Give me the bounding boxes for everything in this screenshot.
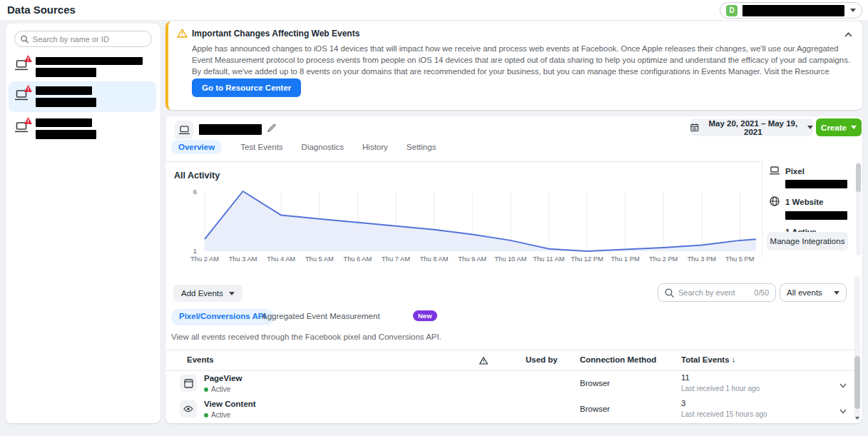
divider xyxy=(165,370,862,371)
event-name: View Content xyxy=(204,400,256,408)
chevron-down-icon xyxy=(850,9,856,12)
event-name: PageView xyxy=(204,374,242,382)
active-dot-icon xyxy=(204,413,208,417)
tab-overview[interactable]: Overview xyxy=(171,140,222,154)
edit-pixel-name-button[interactable] xyxy=(267,123,277,135)
connections-legend: Pixel 1 Website 1 Active Integration Man… xyxy=(762,161,862,258)
divider xyxy=(165,161,862,162)
avatar: D xyxy=(726,5,737,16)
svg-text:Thu 3 AM: Thu 3 AM xyxy=(229,255,257,263)
pixel-icon xyxy=(175,121,193,139)
date-range-picker[interactable]: May 20, 2021 – May 19, 2021 xyxy=(690,118,813,136)
event-filter-select[interactable]: All events xyxy=(780,283,847,302)
legend-website-label: 1 Website xyxy=(785,198,823,206)
svg-text:Thu 3 PM: Thu 3 PM xyxy=(688,255,716,263)
legend-pixel-label: Pixel xyxy=(785,167,805,176)
source-name-redacted xyxy=(36,86,92,95)
profile-menu[interactable]: D xyxy=(720,2,862,19)
search-icon xyxy=(665,288,674,298)
chevron-down-icon xyxy=(839,383,847,388)
svg-text:Thu 1 PM: Thu 1 PM xyxy=(611,255,639,263)
events-description: View all events received through the Fac… xyxy=(171,333,441,341)
source-id-redacted xyxy=(36,68,96,77)
filter-value: All events xyxy=(787,288,822,297)
tab-test-events[interactable]: Test Events xyxy=(240,143,282,151)
svg-text:Thu 12 PM: Thu 12 PM xyxy=(571,255,603,263)
top-bar: Data Sources D xyxy=(0,0,868,20)
data-source-item-3[interactable] xyxy=(9,113,156,144)
events-manager-app: Data Sources D xyxy=(0,0,868,436)
svg-text:Thu 6 AM: Thu 6 AM xyxy=(344,255,372,263)
svg-text:Thu 5 AM: Thu 5 AM xyxy=(305,255,334,263)
tab-pixel-conversions-api[interactable]: Pixel/Conversions API xyxy=(171,309,274,325)
col-used-by: Used by xyxy=(526,355,558,364)
expand-row-button[interactable] xyxy=(839,405,847,416)
chevron-down-icon xyxy=(229,292,235,295)
pixel-id-redacted xyxy=(785,180,847,188)
last-received: Last received 15 hours ago xyxy=(681,410,767,418)
pixel-name-redacted xyxy=(199,124,262,135)
warning-badge-icon xyxy=(24,117,32,124)
table-row-pageview[interactable]: PageView Active Browser 11 Last received… xyxy=(165,372,850,397)
chevron-down-icon xyxy=(851,126,857,129)
pixel-tabs: Overview Test Events Diagnostics History… xyxy=(171,138,436,155)
active-dot-icon xyxy=(204,387,208,392)
connection-method: Browser xyxy=(580,379,610,387)
col-total-events: Total Events ↓ xyxy=(681,355,735,364)
all-activity-chart: Thu 2 AMThu 3 AMThu 4 AMThu 5 AMThu 6 AM… xyxy=(185,182,763,264)
svg-text:6: 6 xyxy=(193,188,197,196)
chevron-down-icon xyxy=(807,126,813,129)
data-source-item-1[interactable] xyxy=(9,51,156,82)
total-events: 11 xyxy=(681,373,690,382)
svg-text:Thu 4 AM: Thu 4 AM xyxy=(267,255,295,263)
pixel-icon xyxy=(15,60,28,73)
table-scrollbar[interactable] xyxy=(854,276,860,420)
connection-method: Browser xyxy=(580,405,610,413)
event-search-input[interactable] xyxy=(678,288,735,297)
chart-title: All Activity xyxy=(174,171,220,181)
create-button[interactable]: Create xyxy=(816,118,862,136)
pixel-icon xyxy=(770,166,780,176)
divider xyxy=(165,350,862,350)
chevron-down-icon xyxy=(839,409,847,414)
expand-row-button[interactable] xyxy=(839,380,847,390)
manage-integrations-button[interactable]: Manage Integrations xyxy=(767,232,848,250)
tab-diagnostics[interactable]: Diagnostics xyxy=(302,143,344,151)
collapse-banner-button[interactable] xyxy=(844,29,852,39)
profile-name-redacted xyxy=(742,5,844,16)
scroll-down-arrow-icon xyxy=(855,417,859,420)
warning-triangle-icon xyxy=(177,29,188,38)
char-counter: 0/50 xyxy=(755,288,769,297)
tab-aggregated-event-measurement[interactable]: Aggregated Event Measurement xyxy=(262,312,380,320)
source-id-redacted xyxy=(36,130,96,139)
svg-text:1: 1 xyxy=(193,247,197,255)
banner-title: Important Changes Affecting Web Events xyxy=(192,29,359,39)
source-name-redacted xyxy=(36,118,92,127)
resource-center-button[interactable]: Go to Resource Center xyxy=(192,78,301,97)
col-warnings-icon xyxy=(479,357,488,365)
calendar-icon xyxy=(690,123,699,132)
source-id-redacted xyxy=(36,98,96,107)
svg-text:Thu 11 AM: Thu 11 AM xyxy=(533,255,564,263)
website-domain-redacted xyxy=(785,211,847,220)
add-events-button[interactable]: Add Events xyxy=(173,285,242,302)
sidebar-search[interactable] xyxy=(14,31,152,47)
page-title: Data Sources xyxy=(7,0,76,20)
svg-text:Thu 8 AM: Thu 8 AM xyxy=(420,255,449,263)
status-badge: Active xyxy=(204,411,230,419)
tab-settings[interactable]: Settings xyxy=(407,143,436,151)
table-row-view-content[interactable]: View Content Active Browser 3 Last recei… xyxy=(165,397,850,423)
search-input[interactable] xyxy=(33,35,145,44)
search-icon xyxy=(21,35,29,44)
chevron-down-icon xyxy=(834,291,839,295)
event-search[interactable]: 0/50 xyxy=(658,283,776,302)
pixel-detail-panel: May 20, 2021 – May 19, 2021 Create Overv… xyxy=(165,116,862,423)
legend-scrollbar[interactable] xyxy=(856,162,861,255)
tab-history[interactable]: History xyxy=(362,143,388,151)
status-badge: Active xyxy=(204,385,230,393)
col-connection-method: Connection Method xyxy=(580,355,656,364)
sort-desc-icon[interactable]: ↓ xyxy=(732,355,736,364)
pencil-icon xyxy=(267,123,277,133)
data-source-item-2-selected[interactable] xyxy=(9,81,156,112)
date-range-label: May 20, 2021 – May 19, 2021 xyxy=(704,119,802,136)
